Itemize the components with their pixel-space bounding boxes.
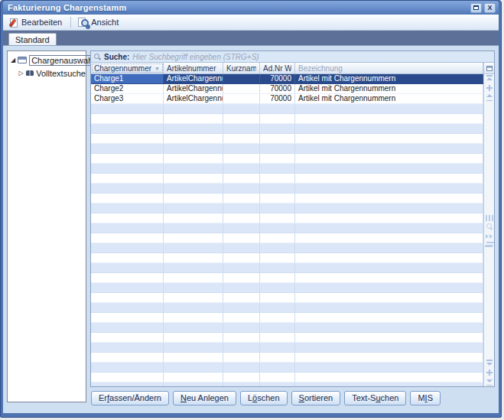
loeschen-button[interactable]: Löschen bbox=[240, 391, 288, 405]
sortieren-button[interactable]: Sortieren bbox=[291, 391, 341, 405]
table-cell bbox=[260, 134, 295, 143]
table-cell bbox=[164, 373, 223, 382]
table-cell bbox=[91, 383, 164, 386]
table-cell bbox=[260, 263, 295, 272]
table-cell bbox=[223, 373, 260, 382]
scroll-to-top-button[interactable] bbox=[485, 75, 494, 83]
navigation-tree: ◢ Chargenauswahl ▷ Volltextsuche bbox=[7, 50, 86, 402]
table-cell bbox=[223, 333, 260, 342]
table-row[interactable]: Charge2ArtikelChargennumme70000Artikel m… bbox=[91, 84, 483, 94]
table-cell bbox=[223, 353, 260, 362]
table-cell bbox=[223, 114, 260, 123]
table-cell bbox=[260, 174, 295, 183]
column-header-artikelnummer[interactable]: Artikelnummer bbox=[164, 63, 223, 73]
table-cell[interactable]: Artikel mit Chargennummern bbox=[295, 84, 483, 93]
table-cell[interactable] bbox=[223, 74, 260, 83]
table-cell[interactable]: 70000 bbox=[260, 74, 295, 83]
neu-anlegen-button[interactable]: Neu Anlegen bbox=[173, 391, 236, 405]
table-cell[interactable] bbox=[223, 94, 260, 103]
column-header-bezeichnung[interactable]: Bezeichnung bbox=[295, 63, 483, 73]
table-cell[interactable]: Charge1 bbox=[91, 74, 164, 83]
table-cell bbox=[164, 134, 223, 143]
table-cell bbox=[91, 134, 164, 143]
table-cell bbox=[223, 383, 260, 386]
table-cell bbox=[223, 223, 260, 233]
tree-item-chargenauswahl[interactable]: ◢ Chargenauswahl bbox=[8, 54, 86, 67]
tree-item-label[interactable]: Volltextsuche bbox=[36, 69, 86, 78]
table-cell bbox=[164, 174, 223, 183]
close-button[interactable]: X bbox=[484, 3, 496, 13]
ansicht-menu-button[interactable]: Ansicht bbox=[75, 17, 123, 28]
table-cell[interactable]: Charge2 bbox=[91, 84, 164, 93]
scroll-down-button[interactable] bbox=[485, 360, 494, 367]
erfassen-aendern-button[interactable]: Erfassen/Ändern bbox=[91, 391, 169, 405]
column-header-adnr-we[interactable]: Ad.Nr WE bbox=[260, 63, 295, 73]
search-input[interactable] bbox=[132, 53, 491, 61]
restore-button[interactable] bbox=[470, 3, 482, 13]
column-chooser-button[interactable] bbox=[484, 63, 494, 74]
table-cell bbox=[295, 293, 483, 302]
bearbeiten-menu-button[interactable]: Bearbeiten bbox=[6, 17, 67, 28]
row-insert-button[interactable] bbox=[485, 84, 494, 92]
table-cell bbox=[91, 363, 164, 372]
tab-standard[interactable]: Standard bbox=[8, 33, 57, 45]
table-cell bbox=[295, 124, 483, 133]
table-cell bbox=[260, 273, 295, 282]
tab-strip: Standard bbox=[3, 31, 499, 45]
table-cell bbox=[91, 124, 164, 133]
grid-side-strip bbox=[483, 63, 494, 386]
page-navigation-icon[interactable] bbox=[485, 233, 494, 240]
zoom-icon[interactable] bbox=[486, 223, 493, 231]
tree-item-volltextsuche[interactable]: ▷ Volltextsuche bbox=[8, 67, 86, 80]
table-cell[interactable]: Artikel mit Chargennummern bbox=[295, 94, 483, 103]
table-cell[interactable]: ArtikelChargennumme bbox=[164, 74, 223, 83]
text-suchen-button[interactable]: Text-Suchen bbox=[344, 391, 406, 405]
table-cell bbox=[295, 203, 483, 213]
empty-row bbox=[91, 233, 483, 243]
table-cell[interactable]: ArtikelChargennumme bbox=[164, 84, 223, 93]
title-bar[interactable]: Fakturierung Chargenstamm X bbox=[3, 1, 499, 15]
table-cell bbox=[91, 273, 164, 282]
expand-icon[interactable]: ▷ bbox=[18, 70, 24, 77]
grid-search-bar[interactable]: Suche: bbox=[91, 51, 494, 63]
grid-body: Charge1ArtikelChargennumme70000Artikel m… bbox=[91, 74, 483, 386]
collapse-icon[interactable]: ◢ bbox=[11, 57, 15, 63]
table-cell[interactable]: ArtikelChargennumme bbox=[164, 94, 223, 103]
table-cell bbox=[164, 164, 223, 173]
table-cell bbox=[164, 194, 223, 203]
table-cell[interactable]: Artikel mit Chargennummern bbox=[295, 74, 483, 83]
mis-button[interactable]: MIS bbox=[410, 391, 441, 405]
best-fit-icon[interactable] bbox=[486, 215, 493, 221]
table-cell[interactable]: 70000 bbox=[260, 84, 295, 93]
table-cell[interactable]: Charge3 bbox=[91, 94, 164, 103]
table-cell bbox=[91, 154, 164, 163]
scroll-to-bottom-button[interactable] bbox=[485, 378, 494, 386]
table-cell bbox=[260, 293, 295, 302]
scroll-up-button[interactable] bbox=[485, 93, 494, 101]
table-row[interactable]: Charge3ArtikelChargennumme70000Artikel m… bbox=[91, 94, 483, 104]
column-header-kurzname[interactable]: Kurzname bbox=[223, 63, 260, 73]
window-title: Fakturierung Chargenstamm bbox=[8, 3, 468, 12]
table-cell bbox=[260, 124, 295, 133]
table-cell bbox=[164, 104, 223, 113]
row-append-button[interactable] bbox=[485, 369, 494, 376]
table-cell[interactable] bbox=[223, 84, 260, 93]
table-cell bbox=[223, 154, 260, 163]
table-cell bbox=[260, 243, 295, 252]
column-header-chargennummer[interactable]: Chargennummer ▼ bbox=[91, 63, 164, 73]
table-cell bbox=[223, 283, 260, 292]
table-cell bbox=[295, 343, 483, 352]
data-grid: Suche: Chargennummer ▼ Artikelnummer bbox=[90, 50, 495, 387]
table-cell bbox=[223, 363, 260, 372]
table-cell bbox=[223, 233, 260, 243]
table-cell bbox=[295, 313, 483, 322]
table-cell bbox=[295, 213, 483, 223]
table-cell bbox=[91, 343, 164, 352]
table-cell bbox=[295, 184, 483, 193]
table-row[interactable]: Charge1ArtikelChargennumme70000Artikel m… bbox=[91, 74, 483, 84]
table-cell bbox=[260, 323, 295, 332]
table-cell bbox=[295, 194, 483, 203]
tree-item-label[interactable]: Chargenauswahl bbox=[29, 55, 97, 66]
table-cell[interactable]: 70000 bbox=[260, 94, 295, 103]
filter-icon[interactable] bbox=[484, 242, 494, 247]
